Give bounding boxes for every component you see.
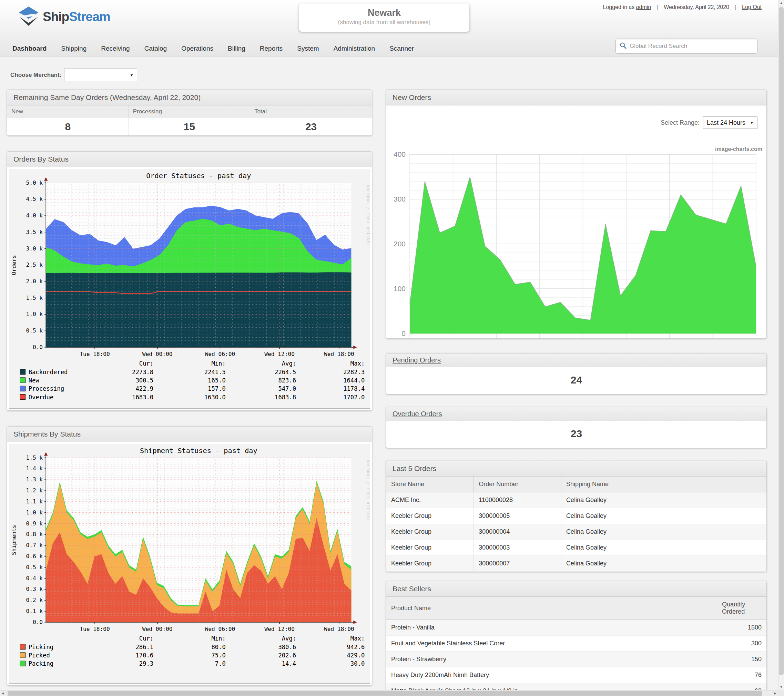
table-row: Protein - Strawberry150 — [386, 652, 766, 667]
horizontal-scroll-thumb[interactable] — [8, 691, 762, 696]
nav-scanner[interactable]: Scanner — [389, 45, 414, 53]
svg-text:300.5: 300.5 — [135, 377, 153, 384]
scroll-down-arrow[interactable]: ▼ — [779, 684, 784, 690]
select-range-label: Select Range: — [660, 119, 700, 127]
table-cell: 300000004 — [474, 524, 562, 540]
admin-user-link[interactable]: admin — [636, 4, 651, 10]
nav-system[interactable]: System — [297, 45, 319, 53]
svg-text:RRDTOOL / TOBI OETIKER: RRDTOOL / TOBI OETIKER — [366, 185, 370, 246]
nav-shipping[interactable]: Shipping — [61, 45, 87, 53]
nav-reports[interactable]: Reports — [260, 45, 283, 53]
svg-text:429.0: 429.0 — [347, 652, 365, 659]
table-cell: Celina Goalley — [561, 508, 766, 524]
vertical-scroll-thumb[interactable] — [779, 7, 784, 675]
new-orders-panel: New Orders Select Range: Last 24 Hours ▼… — [386, 90, 767, 339]
table-row: Heavy Duty 2200mAh Nimh Battery76 — [386, 667, 766, 683]
table-cell: Fruit and Vegetable Stainless Steel Core… — [386, 636, 717, 652]
svg-text:422.9: 422.9 — [135, 385, 153, 392]
table-row: Keebler Group300000007Celina Goalley — [386, 556, 766, 572]
best-sellers-table: Product Name Quantity Ordered Protein - … — [386, 597, 766, 690]
remaining-orders-table: New Processing Total 8 15 23 — [7, 105, 372, 135]
svg-text:Wed 12:00: Wed 12:00 — [264, 351, 295, 357]
svg-text:0.6 k: 0.6 k — [26, 553, 43, 559]
last-5-orders-panel: Last 5 Orders Store Name Order Number Sh… — [386, 461, 767, 572]
svg-text:3.0 k: 3.0 k — [26, 245, 43, 252]
nav-catalog[interactable]: Catalog — [144, 45, 167, 53]
svg-text:0.8 k: 0.8 k — [26, 531, 43, 538]
user-info-bar: Logged in as admin | Wednesday, April 22… — [603, 4, 762, 10]
nav-operations[interactable]: Operations — [181, 45, 213, 53]
remaining-orders-title: Remaining Same Day Orders (Wednesday, Ap… — [7, 90, 372, 105]
scroll-right-arrow[interactable]: ▶ — [772, 691, 778, 696]
svg-text:1.5 k: 1.5 k — [26, 454, 43, 461]
scroll-up-arrow[interactable]: ▲ — [779, 0, 784, 6]
horizontal-scrollbar[interactable]: ◀ ▶ — [0, 690, 778, 696]
shipment-statuses-chart: 0.00.1 k0.2 k0.3 k0.4 k0.5 k0.6 k0.7 k0.… — [7, 442, 372, 685]
best-sellers-panel: Best Sellers Product Name Quantity Order… — [386, 581, 767, 690]
col-total: Total — [250, 105, 372, 118]
svg-text:1644.0: 1644.0 — [343, 377, 365, 384]
processing-count: 15 — [128, 118, 250, 136]
svg-text:Min:: Min: — [211, 360, 226, 367]
nav-receiving[interactable]: Receiving — [101, 45, 130, 53]
svg-text:0.2 k: 0.2 k — [26, 597, 43, 603]
svg-text:2282.3: 2282.3 — [343, 369, 365, 375]
svg-text:4.5 k: 4.5 k — [26, 196, 43, 202]
global-search-input[interactable] — [629, 43, 754, 49]
col-product-name: Product Name — [386, 597, 717, 620]
right-column: New Orders Select Range: Last 24 Hours ▼… — [386, 90, 767, 690]
shipstream-logo[interactable]: ShipStream — [18, 5, 110, 28]
nav-billing[interactable]: Billing — [228, 45, 245, 53]
col-order-number: Order Number — [474, 477, 562, 492]
table-cell: Keebler Group — [386, 556, 474, 572]
col-shipping-name: Shipping Name — [561, 477, 766, 492]
nav-dashboard[interactable]: Dashboard — [12, 45, 46, 53]
svg-text:1683.8: 1683.8 — [275, 394, 296, 401]
svg-text:1178.4: 1178.4 — [343, 385, 365, 392]
table-row: Keebler Group300000004Celina Goalley — [386, 524, 766, 540]
svg-text:Order Statuses - past day: Order Statuses - past day — [146, 171, 251, 180]
svg-text:image-charts.com: image-charts.com — [715, 146, 762, 152]
svg-text:2273.8: 2273.8 — [132, 369, 153, 375]
logged-in-as-label: Logged in as — [603, 4, 635, 10]
dashboard-columns: Remaining Same Day Orders (Wednesday, Ap… — [0, 90, 778, 690]
svg-text:Tue 18:00: Tue 18:00 — [80, 626, 110, 632]
range-select[interactable]: Last 24 Hours ▼ — [703, 117, 758, 129]
svg-text:200: 200 — [394, 240, 405, 248]
svg-text:547.0: 547.0 — [278, 385, 296, 392]
range-select-value: Last 24 Hours — [707, 119, 745, 127]
vertical-scrollbar[interactable]: ▲ ▼ — [778, 0, 784, 690]
table-cell: 300 — [717, 636, 766, 652]
svg-text:0: 0 — [402, 329, 405, 337]
svg-text:Wed 18:00: Wed 18:00 — [324, 351, 354, 357]
shipstream-logo-icon — [18, 5, 39, 28]
svg-text:Packing: Packing — [29, 660, 53, 667]
scroll-left-arrow[interactable]: ◀ — [0, 691, 6, 696]
search-icon — [619, 42, 627, 51]
svg-text:Orders: Orders — [11, 255, 17, 275]
orders-by-status-panel: Orders By Status 0.00.5 k1.0 k1.5 k2.0 k… — [7, 151, 372, 411]
svg-text:Cur:: Cur: — [139, 635, 153, 642]
logout-link[interactable]: Log Out — [742, 4, 762, 10]
shipments-by-status-panel: Shipments By Status 0.00.1 k0.2 k0.3 k0.… — [7, 426, 372, 686]
current-date: Wednesday, April 22, 2020 — [664, 4, 729, 10]
svg-text:2.0 k: 2.0 k — [26, 278, 43, 285]
svg-text:30.0: 30.0 — [351, 660, 365, 667]
svg-text:0.3 k: 0.3 k — [26, 586, 43, 592]
svg-text:1630.0: 1630.0 — [204, 394, 226, 401]
svg-text:1.2 k: 1.2 k — [26, 487, 43, 494]
table-cell: 1500 — [717, 620, 766, 636]
overdue-orders-link[interactable]: Overdue Orders — [392, 410, 442, 418]
svg-text:Shipments: Shipments — [11, 525, 17, 555]
svg-text:400: 400 — [394, 150, 405, 158]
merchant-select[interactable]: ▼ — [64, 69, 137, 81]
table-cell: ACME Inc. — [386, 492, 474, 508]
svg-text:0.1 k: 0.1 k — [26, 608, 43, 614]
top-header: ShipStream Newark (showing data from all… — [0, 0, 778, 56]
table-cell: Matte Black Acrylic Sheet 12 in x 24 in … — [386, 683, 717, 691]
pending-orders-link[interactable]: Pending Orders — [392, 356, 441, 364]
svg-text:1.0 k: 1.0 k — [26, 509, 43, 516]
svg-text:1683.0: 1683.0 — [132, 394, 153, 401]
logo-wordmark: ShipStream — [43, 10, 110, 24]
nav-administration[interactable]: Administration — [334, 45, 375, 53]
